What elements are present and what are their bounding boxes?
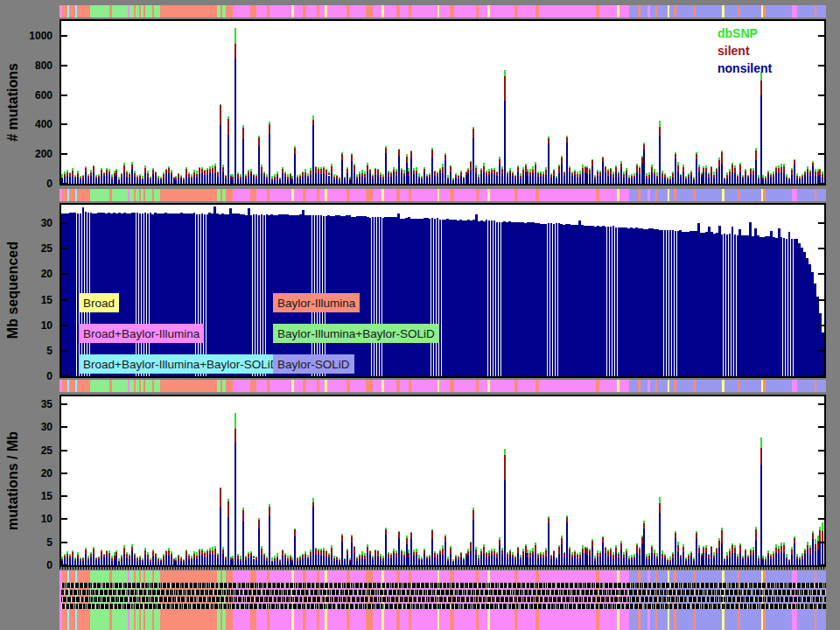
- y-tick-mark: [818, 518, 824, 520]
- center-strip-segment-baylor-solid: [640, 5, 648, 18]
- y-tick-mark: [818, 248, 824, 249]
- y-tick-label: 200: [12, 148, 52, 160]
- center-strip-segment-broad+baylor-illumina: [306, 380, 317, 392]
- y-tick-mark: [61, 542, 67, 543]
- mutations-panel: dbSNPsilentnonsilent: [60, 19, 826, 186]
- y-tick-mark: [61, 248, 67, 249]
- center-annotation-strip-3: [60, 380, 826, 392]
- center-strip-segment-baylor-solid: [724, 380, 738, 392]
- center-strip-segment-baylor-solid: [696, 189, 722, 201]
- center-strip-segment-broad+baylor-illumina: [256, 380, 267, 392]
- center-strip-segment-broad+baylor-illumina: [570, 189, 596, 201]
- center-strip-segment-broad+baylor-illumina: [518, 380, 536, 392]
- center-strip-segment-baylor-illumina: [250, 5, 256, 18]
- center-strip-segment-broad+baylor-illumina: [256, 189, 267, 201]
- y-tick-mark: [61, 375, 67, 377]
- center-strip-segment-baylor-solid: [629, 189, 638, 201]
- mb-sequenced-panel: BroadBaylor-IlluminaBroad+Baylor-Illumin…: [60, 203, 826, 378]
- center-strip-segment-broad+baylor-illumina: [384, 5, 396, 18]
- mutation-type-legend: dbSNPsilentnonsilent: [718, 24, 772, 77]
- center-strip-segment-baylor-illumina: [366, 189, 373, 201]
- center-strip-segment-broad+baylor-illumina: [479, 5, 487, 18]
- center-strip-segment-broad+baylor-illumina: [599, 5, 617, 18]
- center-strip-segment-baylor-solid: [816, 380, 826, 392]
- center-strip-segment-broad+baylor-illumina: [327, 380, 346, 392]
- sample-labels-row-4: [61, 604, 826, 609]
- sample-labels-row-1: [61, 583, 826, 588]
- y-tick-mark: [818, 222, 824, 224]
- center-strip-segment-baylor-illumina: [77, 5, 90, 18]
- center-legend-box-broad-baylor-illumina-baylor-solid: Broad+Baylor-Illumina+Baylor-SOLiD: [79, 354, 273, 374]
- y-tick-mark: [61, 65, 67, 66]
- legend-item-nonsilent: nonsilent: [718, 60, 772, 77]
- center-strip-segment-baylor-solid: [797, 5, 815, 18]
- center-strip-segment-baylor-illumina: [160, 380, 217, 392]
- center-strip-segment-broad+baylor-illumina: [490, 5, 514, 18]
- center-strip-segment-broad+baylor-illumina: [454, 5, 476, 18]
- center-strip-segment-baylor-illumina: [69, 380, 75, 392]
- center-strip-segment-baylor-solid: [739, 189, 761, 201]
- center-strip-segment-baylor-illumina: [226, 5, 233, 18]
- y-tick-mark: [818, 403, 824, 405]
- center-strip-segment-baylor-solid: [657, 189, 668, 201]
- y-tick-label: 0: [12, 178, 52, 190]
- center-strip-segment-baylor-solid: [766, 189, 792, 201]
- center-strip-segment-baylor-illumina: [69, 5, 75, 18]
- y-tick-mark: [818, 94, 824, 96]
- y-tick-mark: [61, 325, 67, 326]
- center-strip-segment-broad+baylor-illumina: [620, 380, 629, 392]
- center-strip-segment-broad+baylor-illumina: [518, 189, 536, 201]
- center-strip-segment-baylor-illumina+baylor-solid: [145, 380, 152, 392]
- center-strip-segment-baylor-illumina+baylor-solid: [90, 380, 109, 392]
- center-strip-segment-baylor-illumina: [160, 189, 217, 201]
- center-strip-segment-baylor-illumina+baylor-solid: [112, 5, 128, 18]
- y-tick-mark: [61, 426, 67, 428]
- y-tick-mark: [818, 375, 824, 377]
- center-strip-segment-broad+baylor-illumina: [294, 5, 303, 18]
- y-tick-mark: [61, 183, 67, 185]
- mb-sequenced-bars-svg: [61, 205, 824, 376]
- legend-item-dbsnp: dbSNP: [718, 24, 772, 42]
- center-strip-segment-broad+baylor-illumina: [233, 189, 250, 201]
- y-tick-label: 25: [12, 444, 52, 457]
- y-tick-label: 400: [12, 118, 52, 130]
- y-tick-mark: [61, 450, 67, 452]
- sample-labels-row-3: [61, 597, 826, 602]
- center-strip-segment-baylor-solid: [739, 5, 761, 18]
- center-strip-segment-baylor-illumina: [69, 189, 75, 201]
- center-strip-segment-broad+baylor-illumina: [539, 5, 570, 18]
- y-tick-mark: [818, 542, 824, 543]
- center-strip-segment-broad+baylor-illumina: [384, 380, 396, 392]
- y-tick-label: 5: [12, 536, 52, 549]
- center-strip-segment-baylor-solid: [766, 5, 792, 18]
- y-tick-mark: [61, 299, 67, 301]
- center-strip-segment-broad+baylor-illumina: [479, 380, 487, 392]
- center-strip-segment-baylor-illumina+baylor-solid: [154, 380, 160, 392]
- mutation-rate-bars-svg: [61, 396, 824, 565]
- y-tick-label: 35: [12, 398, 52, 410]
- center-strip-segment-baylor-solid: [696, 5, 722, 18]
- center-strip-segment-baylor-solid: [696, 380, 722, 392]
- center-strip-segment-baylor-illumina: [250, 189, 256, 201]
- center-strip-segment-broad+baylor-illumina: [400, 5, 409, 18]
- center-strip-segment-broad+baylor-illumina: [256, 5, 267, 18]
- center-strip-segment-baylor-solid: [816, 5, 826, 18]
- center-strip-segment-baylor-illumina+baylor-solid: [90, 5, 109, 18]
- center-strip-segment-broad+baylor-illumina: [306, 189, 317, 201]
- center-strip-segment-baylor-illumina+baylor-solid: [90, 189, 109, 201]
- center-strip-segment-baylor-illumina+baylor-solid: [112, 189, 128, 201]
- center-strip-segment-broad+baylor-illumina: [439, 189, 450, 201]
- center-strip-segment-baylor-solid: [676, 189, 694, 201]
- center-strip-segment-baylor-illumina: [366, 5, 373, 18]
- center-strip-segment-broad+baylor-illumina: [439, 5, 450, 18]
- center-strip-segment-baylor-solid: [640, 189, 648, 201]
- center-strip-segment-baylor-solid: [797, 380, 815, 392]
- center-strip-segment-baylor-illumina+baylor-solid: [145, 189, 152, 201]
- center-strip-segment-broad+baylor-illumina: [400, 380, 409, 392]
- y-tick-mark: [818, 450, 824, 452]
- center-strip-segment-baylor-solid: [724, 5, 738, 18]
- center-strip-segment-baylor-solid: [629, 380, 638, 392]
- center-strip-segment-broad+baylor-illumina: [270, 5, 291, 18]
- center-strip-segment-broad+baylor-illumina: [350, 5, 366, 18]
- y-tick-mark: [61, 35, 67, 37]
